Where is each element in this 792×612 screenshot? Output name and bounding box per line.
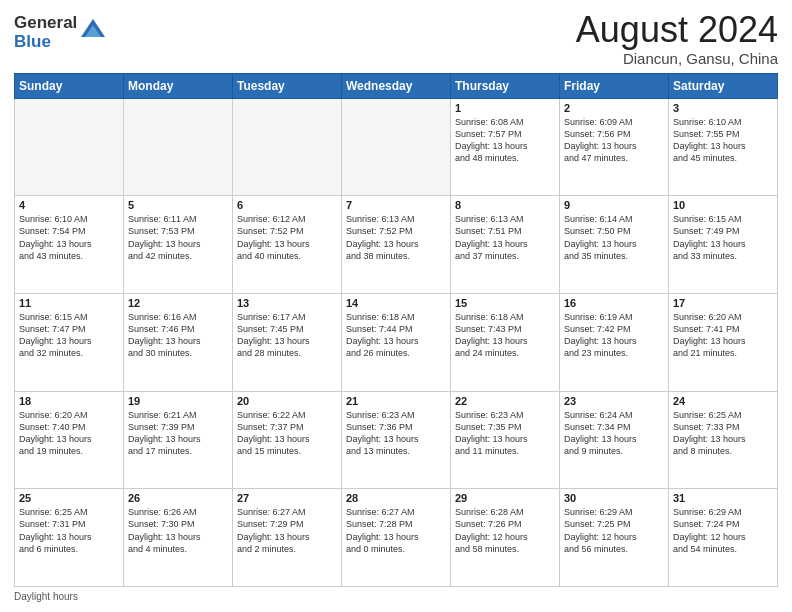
calendar-cell: 2Sunrise: 6:09 AM Sunset: 7:56 PM Daylig…: [560, 98, 669, 196]
page: General Blue August 2024 Diancun, Gansu,…: [0, 0, 792, 612]
calendar-cell: 9Sunrise: 6:14 AM Sunset: 7:50 PM Daylig…: [560, 196, 669, 294]
day-info: Sunrise: 6:25 AM Sunset: 7:31 PM Dayligh…: [19, 506, 119, 555]
weekday-header-wednesday: Wednesday: [342, 73, 451, 98]
day-info: Sunrise: 6:13 AM Sunset: 7:52 PM Dayligh…: [346, 213, 446, 262]
day-info: Sunrise: 6:26 AM Sunset: 7:30 PM Dayligh…: [128, 506, 228, 555]
day-number: 3: [673, 102, 773, 114]
calendar-cell: 30Sunrise: 6:29 AM Sunset: 7:25 PM Dayli…: [560, 489, 669, 587]
logo-blue-text: Blue: [14, 33, 77, 52]
day-info: Sunrise: 6:10 AM Sunset: 7:55 PM Dayligh…: [673, 116, 773, 165]
day-info: Sunrise: 6:23 AM Sunset: 7:35 PM Dayligh…: [455, 409, 555, 458]
calendar-cell: 5Sunrise: 6:11 AM Sunset: 7:53 PM Daylig…: [124, 196, 233, 294]
day-number: 17: [673, 297, 773, 309]
calendar-cell: 24Sunrise: 6:25 AM Sunset: 7:33 PM Dayli…: [669, 391, 778, 489]
header: General Blue August 2024 Diancun, Gansu,…: [14, 10, 778, 67]
day-info: Sunrise: 6:17 AM Sunset: 7:45 PM Dayligh…: [237, 311, 337, 360]
day-number: 8: [455, 199, 555, 211]
day-number: 11: [19, 297, 119, 309]
day-number: 26: [128, 492, 228, 504]
day-info: Sunrise: 6:21 AM Sunset: 7:39 PM Dayligh…: [128, 409, 228, 458]
month-year: August 2024: [576, 10, 778, 50]
calendar-week-row: 4Sunrise: 6:10 AM Sunset: 7:54 PM Daylig…: [15, 196, 778, 294]
calendar-week-row: 18Sunrise: 6:20 AM Sunset: 7:40 PM Dayli…: [15, 391, 778, 489]
calendar-cell: 10Sunrise: 6:15 AM Sunset: 7:49 PM Dayli…: [669, 196, 778, 294]
calendar-cell: 11Sunrise: 6:15 AM Sunset: 7:47 PM Dayli…: [15, 293, 124, 391]
day-info: Sunrise: 6:18 AM Sunset: 7:43 PM Dayligh…: [455, 311, 555, 360]
day-info: Sunrise: 6:13 AM Sunset: 7:51 PM Dayligh…: [455, 213, 555, 262]
calendar-cell: 16Sunrise: 6:19 AM Sunset: 7:42 PM Dayli…: [560, 293, 669, 391]
calendar-week-row: 11Sunrise: 6:15 AM Sunset: 7:47 PM Dayli…: [15, 293, 778, 391]
weekday-header-sunday: Sunday: [15, 73, 124, 98]
day-number: 20: [237, 395, 337, 407]
logo: General Blue: [14, 14, 107, 51]
day-number: 10: [673, 199, 773, 211]
calendar-cell: 4Sunrise: 6:10 AM Sunset: 7:54 PM Daylig…: [15, 196, 124, 294]
day-number: 21: [346, 395, 446, 407]
day-number: 12: [128, 297, 228, 309]
day-number: 4: [19, 199, 119, 211]
day-info: Sunrise: 6:27 AM Sunset: 7:29 PM Dayligh…: [237, 506, 337, 555]
weekday-header-monday: Monday: [124, 73, 233, 98]
day-number: 14: [346, 297, 446, 309]
calendar-cell: 18Sunrise: 6:20 AM Sunset: 7:40 PM Dayli…: [15, 391, 124, 489]
calendar-cell: 23Sunrise: 6:24 AM Sunset: 7:34 PM Dayli…: [560, 391, 669, 489]
calendar-cell: 21Sunrise: 6:23 AM Sunset: 7:36 PM Dayli…: [342, 391, 451, 489]
calendar-cell: 17Sunrise: 6:20 AM Sunset: 7:41 PM Dayli…: [669, 293, 778, 391]
day-info: Sunrise: 6:16 AM Sunset: 7:46 PM Dayligh…: [128, 311, 228, 360]
calendar-cell: 1Sunrise: 6:08 AM Sunset: 7:57 PM Daylig…: [451, 98, 560, 196]
day-number: 13: [237, 297, 337, 309]
calendar-cell: 22Sunrise: 6:23 AM Sunset: 7:35 PM Dayli…: [451, 391, 560, 489]
location: Diancun, Gansu, China: [576, 50, 778, 67]
day-number: 27: [237, 492, 337, 504]
calendar-header-row: SundayMondayTuesdayWednesdayThursdayFrid…: [15, 73, 778, 98]
day-info: Sunrise: 6:20 AM Sunset: 7:40 PM Dayligh…: [19, 409, 119, 458]
day-info: Sunrise: 6:27 AM Sunset: 7:28 PM Dayligh…: [346, 506, 446, 555]
day-number: 25: [19, 492, 119, 504]
day-info: Sunrise: 6:29 AM Sunset: 7:24 PM Dayligh…: [673, 506, 773, 555]
calendar-cell: 12Sunrise: 6:16 AM Sunset: 7:46 PM Dayli…: [124, 293, 233, 391]
weekday-header-thursday: Thursday: [451, 73, 560, 98]
calendar-cell: [342, 98, 451, 196]
day-info: Sunrise: 6:19 AM Sunset: 7:42 PM Dayligh…: [564, 311, 664, 360]
day-number: 6: [237, 199, 337, 211]
day-number: 23: [564, 395, 664, 407]
calendar-cell: 7Sunrise: 6:13 AM Sunset: 7:52 PM Daylig…: [342, 196, 451, 294]
calendar-cell: 26Sunrise: 6:26 AM Sunset: 7:30 PM Dayli…: [124, 489, 233, 587]
weekday-header-friday: Friday: [560, 73, 669, 98]
calendar-cell: 31Sunrise: 6:29 AM Sunset: 7:24 PM Dayli…: [669, 489, 778, 587]
day-number: 7: [346, 199, 446, 211]
day-number: 22: [455, 395, 555, 407]
day-number: 18: [19, 395, 119, 407]
day-info: Sunrise: 6:18 AM Sunset: 7:44 PM Dayligh…: [346, 311, 446, 360]
calendar-week-row: 25Sunrise: 6:25 AM Sunset: 7:31 PM Dayli…: [15, 489, 778, 587]
day-info: Sunrise: 6:09 AM Sunset: 7:56 PM Dayligh…: [564, 116, 664, 165]
calendar-cell: [233, 98, 342, 196]
calendar-cell: 29Sunrise: 6:28 AM Sunset: 7:26 PM Dayli…: [451, 489, 560, 587]
day-number: 9: [564, 199, 664, 211]
calendar-cell: 27Sunrise: 6:27 AM Sunset: 7:29 PM Dayli…: [233, 489, 342, 587]
title-block: August 2024 Diancun, Gansu, China: [576, 10, 778, 67]
calendar-cell: 28Sunrise: 6:27 AM Sunset: 7:28 PM Dayli…: [342, 489, 451, 587]
footer-note: Daylight hours: [14, 591, 778, 602]
day-info: Sunrise: 6:10 AM Sunset: 7:54 PM Dayligh…: [19, 213, 119, 262]
day-number: 28: [346, 492, 446, 504]
calendar-cell: [15, 98, 124, 196]
calendar-cell: 13Sunrise: 6:17 AM Sunset: 7:45 PM Dayli…: [233, 293, 342, 391]
weekday-header-saturday: Saturday: [669, 73, 778, 98]
calendar-cell: [124, 98, 233, 196]
day-info: Sunrise: 6:23 AM Sunset: 7:36 PM Dayligh…: [346, 409, 446, 458]
day-number: 5: [128, 199, 228, 211]
day-number: 2: [564, 102, 664, 114]
calendar-cell: 3Sunrise: 6:10 AM Sunset: 7:55 PM Daylig…: [669, 98, 778, 196]
day-info: Sunrise: 6:12 AM Sunset: 7:52 PM Dayligh…: [237, 213, 337, 262]
day-info: Sunrise: 6:11 AM Sunset: 7:53 PM Dayligh…: [128, 213, 228, 262]
day-number: 1: [455, 102, 555, 114]
day-info: Sunrise: 6:25 AM Sunset: 7:33 PM Dayligh…: [673, 409, 773, 458]
calendar-cell: 8Sunrise: 6:13 AM Sunset: 7:51 PM Daylig…: [451, 196, 560, 294]
calendar-cell: 20Sunrise: 6:22 AM Sunset: 7:37 PM Dayli…: [233, 391, 342, 489]
logo-general-text: General: [14, 14, 77, 33]
calendar-table: SundayMondayTuesdayWednesdayThursdayFrid…: [14, 73, 778, 587]
day-info: Sunrise: 6:08 AM Sunset: 7:57 PM Dayligh…: [455, 116, 555, 165]
calendar-cell: 14Sunrise: 6:18 AM Sunset: 7:44 PM Dayli…: [342, 293, 451, 391]
day-info: Sunrise: 6:29 AM Sunset: 7:25 PM Dayligh…: [564, 506, 664, 555]
